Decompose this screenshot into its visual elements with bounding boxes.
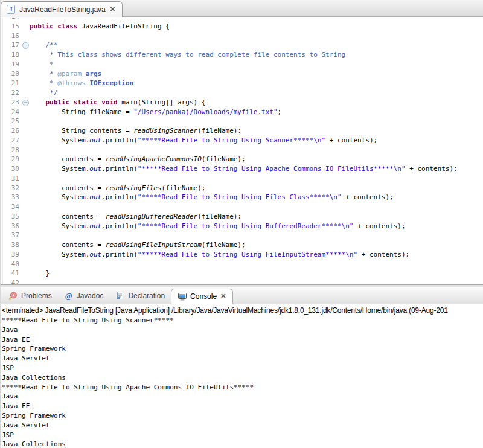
code-text [30, 231, 483, 240]
fold-spacer [21, 60, 30, 69]
code-line: 14 [0, 18, 483, 22]
console-line: *****Read File to String Using Scanner**… [2, 316, 483, 325]
fold-spacer [21, 222, 30, 231]
console-line: Java EE [2, 335, 483, 345]
console-line: *****Read File to String Using Apache Co… [2, 383, 483, 392]
console-output[interactable]: *****Read File to String Using Scanner**… [0, 316, 483, 448]
fold-spacer [21, 69, 30, 79]
fold-spacer [21, 78, 30, 88]
code-text: String fileName = "/Users/pankaj/Downloa… [30, 107, 483, 117]
code-text: System.out.println("*****Read File to St… [30, 250, 483, 260]
line-number: 23 [0, 98, 21, 107]
code-text [30, 18, 483, 22]
fold-spacer [21, 126, 30, 136]
fold-spacer [21, 212, 30, 222]
tab-problems[interactable]: Problems [2, 287, 58, 304]
line-number: 32 [0, 184, 21, 193]
problems-icon [8, 291, 18, 301]
line-number: 30 [0, 164, 21, 174]
fold-spacer [21, 260, 30, 269]
code-lines: 1415public class JavaReadFileToString {1… [0, 18, 483, 284]
code-line: 35 contents = readUsingBufferedReader(fi… [0, 212, 483, 222]
line-number: 42 [0, 278, 21, 284]
tab-javadoc-label: Javadoc [77, 292, 104, 300]
fold-collapse-icon[interactable] [21, 40, 30, 50]
code-line: 23 public static void main(String[] args… [0, 98, 483, 107]
line-number: 21 [0, 78, 21, 88]
code-line: 40 [0, 260, 483, 269]
code-text [30, 146, 483, 155]
editor-tab-close-icon[interactable]: ✕ [109, 5, 116, 13]
line-number: 36 [0, 222, 21, 231]
line-number: 16 [0, 31, 21, 41]
code-line: 21 * @throws IOException [0, 78, 483, 88]
code-line: 17 /** [0, 40, 483, 50]
code-line: 38 contents = readUsingFileInputStream(f… [0, 240, 483, 250]
console-line: JSP [2, 363, 483, 373]
svg-text:J: J [10, 6, 13, 13]
console-line: Spring Framework [2, 411, 483, 421]
line-number: 17 [0, 40, 21, 50]
code-text: /** [30, 40, 483, 50]
line-number: 37 [0, 231, 21, 240]
fold-spacer [21, 146, 30, 155]
code-text: contents = readUsingFileInputStream(file… [30, 240, 483, 250]
fold-spacer [21, 250, 30, 260]
tab-console[interactable]: Console ✕ [171, 289, 233, 304]
line-number: 35 [0, 212, 21, 222]
code-text: contents = readUsingApacheCommonsIO(file… [30, 155, 483, 164]
code-line: 15public class JavaReadFileToString { [0, 22, 483, 31]
code-text: public static void main(String[] args) { [30, 98, 483, 107]
line-number: 33 [0, 193, 21, 202]
editor-tab-javareadfiletostring[interactable]: J JavaReadFileToString.java ✕ [1, 1, 123, 17]
code-line: 18 * This class shows different ways to … [0, 50, 483, 60]
fold-spacer [21, 22, 30, 31]
line-number: 39 [0, 250, 21, 260]
fold-spacer [21, 117, 30, 126]
line-number: 27 [0, 136, 21, 146]
code-line: 37 [0, 231, 483, 240]
fold-spacer [21, 231, 30, 240]
tab-declaration[interactable]: Declaration [109, 287, 171, 304]
window-left-edge [0, 0, 1, 448]
code-line: 39 System.out.println("*****Read File to… [0, 250, 483, 260]
tab-javadoc[interactable]: @ Javadoc [58, 287, 110, 304]
code-line: 41 } [0, 269, 483, 278]
code-line: 29 contents = readUsingApacheCommonsIO(f… [0, 155, 483, 164]
console-line: Java Servlet [2, 354, 483, 363]
fold-spacer [21, 174, 30, 184]
line-number: 31 [0, 174, 21, 184]
console-line: Java [2, 325, 483, 335]
console-line: Java Collections [2, 440, 483, 448]
code-text: String contents = readUsingScanner(fileN… [30, 126, 483, 136]
code-text: System.out.println("*****Read File to St… [30, 136, 483, 146]
line-number: 22 [0, 88, 21, 98]
line-number: 25 [0, 117, 21, 126]
fold-spacer [21, 155, 30, 164]
console-tab-close-icon[interactable]: ✕ [220, 292, 226, 300]
code-text [30, 260, 483, 269]
code-text: */ [30, 88, 483, 98]
line-number: 14 [0, 18, 21, 22]
fold-spacer [21, 107, 30, 117]
code-editor[interactable]: 1415public class JavaReadFileToString {1… [0, 18, 483, 284]
code-line: 36 System.out.println("*****Read File to… [0, 222, 483, 231]
console-line: JSP [2, 430, 483, 440]
fold-spacer [21, 164, 30, 174]
code-line: 32 contents = readUsingFiles(fileName); [0, 184, 483, 193]
line-number: 29 [0, 155, 21, 164]
code-text: * [30, 60, 483, 69]
console-status-line: <terminated> JavaReadFileToString [Java … [0, 304, 483, 316]
code-text [30, 117, 483, 126]
code-line: 30 System.out.println("*****Read File to… [0, 164, 483, 174]
console-line: Java Servlet [2, 421, 483, 430]
fold-spacer [21, 136, 30, 146]
line-number: 20 [0, 69, 21, 79]
console-line: Java Collections [2, 373, 483, 383]
code-line: 31 [0, 174, 483, 184]
code-line: 33 System.out.println("*****Read File to… [0, 193, 483, 202]
fold-collapse-icon[interactable] [21, 98, 30, 107]
console-view: <terminated> JavaReadFileToString [Java … [0, 304, 483, 448]
code-text: contents = readUsingBufferedReader(fileN… [30, 212, 483, 222]
code-text: * This class shows different ways to rea… [30, 50, 483, 60]
